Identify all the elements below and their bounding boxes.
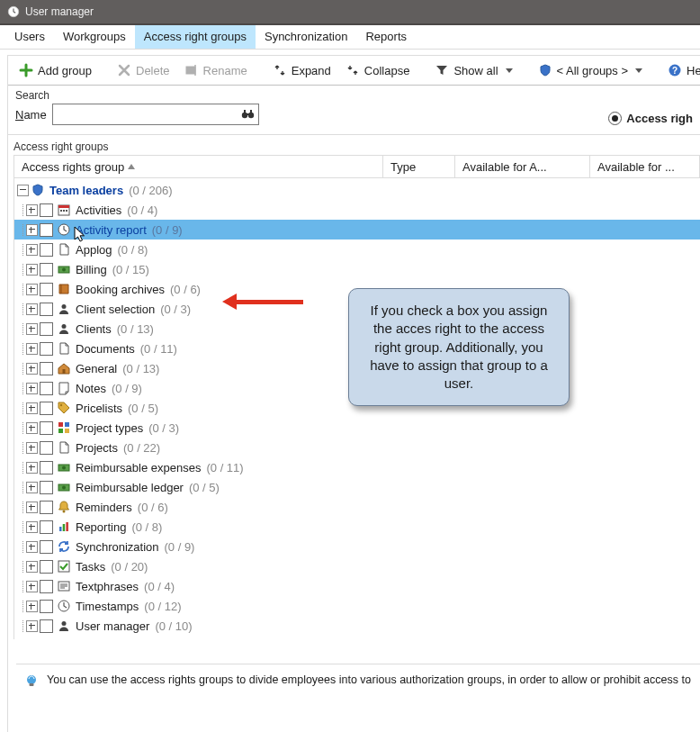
checkbox[interactable] (40, 619, 53, 633)
expand-toggle[interactable] (26, 303, 38, 315)
expand-toggle[interactable] (26, 244, 38, 256)
expand-toggle[interactable] (26, 422, 38, 434)
node-count: (0 / 9) (152, 223, 183, 237)
tab-users[interactable]: Users (5, 25, 54, 49)
checkbox[interactable] (40, 303, 53, 316)
expand-button[interactable]: Expand (267, 60, 337, 80)
svg-rect-32 (66, 522, 68, 531)
checkbox[interactable] (40, 263, 53, 276)
checkbox[interactable] (40, 283, 53, 296)
add-group-button[interactable]: Add group (13, 60, 97, 80)
checkbox[interactable] (40, 342, 53, 356)
button-label: Collapse (364, 64, 410, 77)
svg-text:?: ? (672, 66, 678, 76)
tab-workgroups[interactable]: Workgroups (54, 25, 135, 49)
expand-toggle[interactable] (26, 502, 38, 513)
tree-node-usermanager[interactable]: User manager(0 / 10) (14, 616, 700, 636)
node-label: Notes (76, 382, 106, 395)
expand-toggle[interactable] (26, 521, 38, 533)
node-label: Reminders (76, 501, 132, 514)
tree-node-billing[interactable]: Billing(0 / 15) (14, 259, 700, 279)
expand-toggle[interactable] (26, 383, 38, 394)
button-label: Delete (136, 64, 170, 77)
checkbox[interactable] (40, 540, 53, 554)
tree-node-activityreport[interactable]: Activity report(0 / 9) (14, 220, 700, 239)
checkbox[interactable] (40, 322, 53, 336)
checkbox[interactable] (40, 580, 53, 593)
checkbox[interactable] (40, 501, 53, 514)
toolbar: Add group Delete Rename Expand Collapse (8, 56, 700, 86)
checkbox[interactable] (40, 560, 53, 574)
expand-toggle[interactable] (26, 581, 38, 592)
expand-toggle[interactable] (26, 601, 38, 612)
tree-node-reimbexp[interactable]: Reimbursable expenses(0 / 11) (14, 457, 700, 477)
checkbox[interactable] (40, 223, 53, 237)
column-header-available-a[interactable]: Available for A... (455, 156, 590, 177)
checkbox[interactable] (40, 481, 53, 494)
tab-reports[interactable]: Reports (356, 25, 416, 49)
checkbox[interactable] (40, 243, 53, 257)
binoculars-icon[interactable] (240, 106, 256, 122)
collapse-toggle[interactable] (17, 185, 29, 196)
button-label: Help (687, 64, 700, 77)
checkbox[interactable] (40, 600, 53, 613)
doc-icon (57, 242, 71, 257)
node-count: (0 / 11) (206, 461, 243, 474)
tree-node-timestamps[interactable]: Timestamps(0 / 12) (14, 596, 700, 616)
checkbox[interactable] (40, 441, 53, 455)
tree-node-reimbledg[interactable]: Reimbursable ledger(0 / 5) (14, 477, 700, 497)
search-bar: Search Name Access righ (8, 86, 700, 135)
expand-toggle[interactable] (26, 284, 38, 295)
expand-toggle[interactable] (26, 442, 38, 454)
show-all-filter[interactable]: Show all (429, 60, 517, 80)
expand-toggle[interactable] (26, 323, 38, 335)
tab-label: Reports (365, 30, 407, 43)
column-header-available-b[interactable]: Available for ... (590, 156, 700, 177)
tree-root-team-leaders[interactable]: Team leaders (0 / 206) (14, 180, 700, 200)
checkbox[interactable] (40, 402, 53, 415)
help-button[interactable]: ? Help (662, 60, 700, 80)
tree-node-sync[interactable]: Synchronization(0 / 9) (14, 537, 700, 556)
checkbox[interactable] (40, 421, 53, 435)
svg-rect-24 (65, 429, 69, 433)
tab-access-right-groups[interactable]: Access right groups (135, 25, 256, 49)
tree-node-applog[interactable]: Applog(0 / 8) (14, 239, 700, 259)
collapse-button[interactable]: Collapse (340, 60, 416, 80)
column-header-type[interactable]: Type (383, 156, 455, 177)
tree-node-reminders[interactable]: Reminders(0 / 6) (14, 497, 700, 517)
expand-toggle[interactable] (26, 204, 38, 216)
expand-toggle[interactable] (26, 561, 38, 573)
expand-toggle[interactable] (26, 482, 38, 493)
checkbox[interactable] (40, 203, 53, 217)
access-right-radio[interactable]: Access righ (608, 112, 693, 125)
button-label: < All groups > (557, 64, 629, 77)
tree-node-projecttypes[interactable]: Project types(0 / 3) (14, 418, 700, 438)
checkbox[interactable] (40, 461, 53, 474)
svg-rect-1 (186, 67, 195, 74)
expand-toggle[interactable] (26, 620, 38, 632)
expand-toggle[interactable] (26, 462, 38, 474)
rename-button: Rename (179, 60, 253, 80)
tree-node-reporting[interactable]: Reporting(0 / 8) (14, 517, 700, 537)
node-count: (0 / 9) (112, 382, 142, 395)
svg-rect-30 (59, 527, 62, 531)
expand-toggle[interactable] (26, 224, 38, 236)
tree-node-textphrases[interactable]: Textphrases(0 / 4) (14, 576, 700, 596)
all-groups-filter[interactable]: < All groups > (533, 60, 649, 80)
expand-toggle[interactable] (26, 363, 38, 375)
expand-toggle[interactable] (26, 264, 38, 276)
checkbox[interactable] (40, 362, 53, 375)
column-header-group[interactable]: Access rights group (14, 156, 383, 177)
expand-toggle[interactable] (26, 541, 38, 553)
tree-node-activities[interactable]: Activities(0 / 4) (14, 200, 700, 220)
expand-toggle[interactable] (26, 402, 38, 414)
checkbox[interactable] (40, 520, 53, 534)
tree-node-projects[interactable]: Projects(0 / 22) (14, 438, 700, 457)
name-search-input[interactable] (53, 104, 258, 124)
expand-toggle[interactable] (26, 343, 38, 355)
svg-rect-13 (66, 210, 67, 212)
tab-synchronization[interactable]: Synchronization (256, 25, 357, 49)
checkbox[interactable] (40, 382, 53, 395)
tree-node-tasks[interactable]: Tasks(0 / 20) (14, 556, 700, 576)
column-label: Type (390, 160, 416, 174)
